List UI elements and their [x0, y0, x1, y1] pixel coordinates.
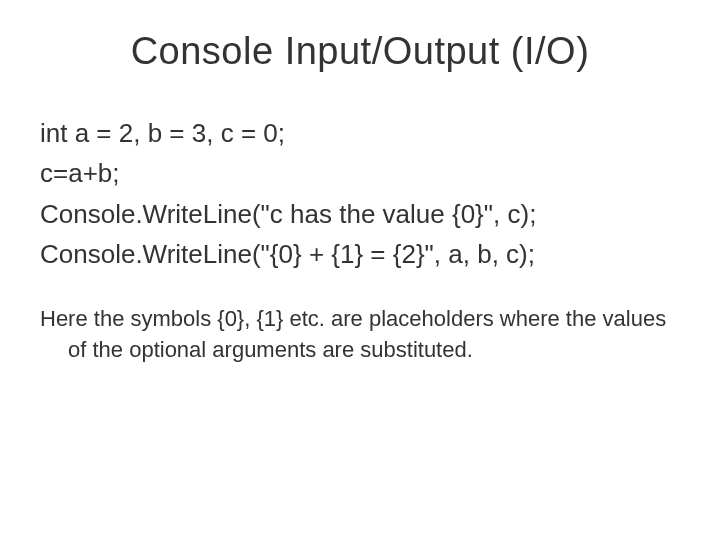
code-line-3: Console.WriteLine("c has the value {0}",…: [40, 194, 680, 234]
slide-title: Console Input/Output (I/O): [40, 30, 680, 73]
code-line-2: c=a+b;: [40, 153, 680, 193]
code-line-1: int a = 2, b = 3, c = 0;: [40, 113, 680, 153]
code-line-4: Console.WriteLine("{0} + {1} = {2}", a, …: [40, 234, 680, 274]
explanation-text: Here the symbols {0}, {1} etc. are place…: [68, 304, 680, 366]
code-block: int a = 2, b = 3, c = 0; c=a+b; Console.…: [40, 113, 680, 274]
